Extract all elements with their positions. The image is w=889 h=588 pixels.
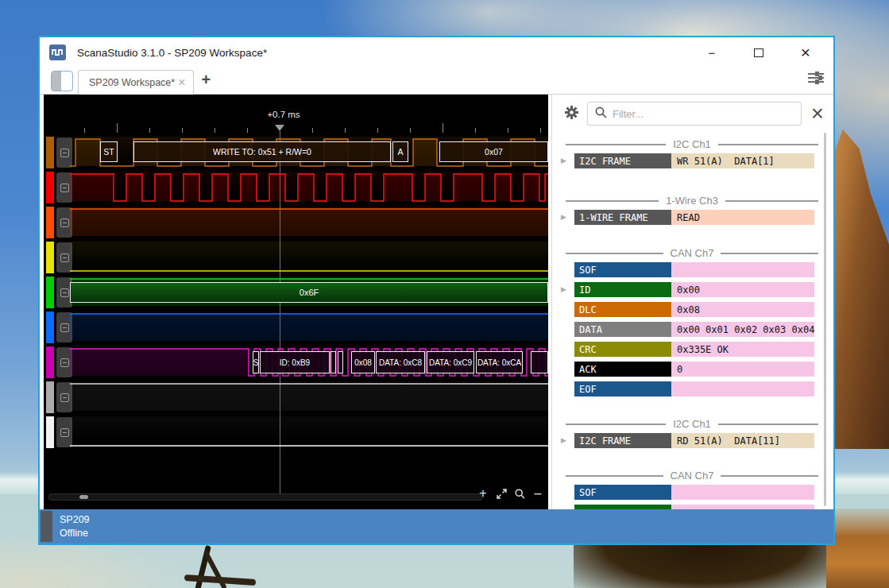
can-sof-annotation[interactable]: S	[253, 351, 259, 373]
decoder-row[interactable]: ▶I2C FRAMEWR 51(A) DATA[1]	[556, 153, 826, 168]
channel-2-color-bar[interactable]	[46, 172, 54, 203]
ruler-tick	[410, 128, 411, 133]
waveform-hscrollbar-thumb[interactable]	[79, 495, 88, 499]
decoder-row[interactable]: ▶I2C FRAMERD 51(A) DATA[11]	[556, 433, 826, 448]
ch5-value-annotation[interactable]: 0x6F	[70, 282, 548, 303]
tab-close-icon[interactable]: ×	[178, 76, 185, 89]
channel-row-5: 0x6F	[44, 277, 548, 308]
decoder-row-label: DLC	[574, 302, 671, 317]
can-bit-annotation[interactable]	[330, 351, 336, 373]
minimize-button[interactable]: −	[703, 44, 721, 61]
waveform-view[interactable]: +0.7 ms STWRITE TO: 0x51 + R/W=0A0x070x6…	[44, 95, 548, 509]
decoder-row[interactable]: ACK0	[556, 362, 826, 377]
decoder-row-label: CRC	[574, 342, 671, 357]
decoder-row[interactable]: SOF	[556, 262, 826, 277]
tab-sp209-workspace[interactable]: SP209 Workspace* ×	[78, 70, 194, 95]
can-id-annotation[interactable]: ID: 0xB9	[260, 351, 330, 373]
zoom-search-icon[interactable]	[513, 487, 526, 500]
channel-row-7: SID: 0xB90x08DATA: 0xC8DATA: 0xC9DATA: 0…	[44, 346, 548, 378]
decoder-row-value: 0x00	[671, 282, 814, 297]
can-data-annotation[interactable]: DATA: 0xC9	[427, 351, 474, 373]
workspace-settings-icon[interactable]	[808, 72, 824, 87]
channel-9-color-bar[interactable]	[46, 416, 54, 448]
panel-toggle-button[interactable]	[51, 71, 73, 91]
row-expander-icon[interactable]: ▶	[561, 285, 566, 293]
can-data-annotation[interactable]: DATA: 0xC8	[376, 351, 425, 373]
decoder-row[interactable]: DLC0x08	[556, 302, 826, 317]
channel-3-color-bar[interactable]	[46, 207, 54, 238]
device-color-block	[41, 511, 52, 542]
title-bar[interactable]: ScanaStudio 3.1.0 - SP209 Workspace* − ×	[40, 37, 833, 68]
channel-4-trace	[70, 242, 548, 273]
channel-7-track[interactable]: SID: 0xB90x08DATA: 0xC8DATA: 0xC9DATA: 0…	[70, 346, 548, 378]
cursor-marker-icon[interactable]	[275, 125, 284, 131]
i2c-data-annotation[interactable]: 0x07	[439, 141, 548, 162]
app-window: ScanaStudio 3.1.0 - SP209 Workspace* − ×…	[38, 36, 835, 545]
decoder-row-label: DATA	[574, 322, 671, 337]
channel-6-color-bar[interactable]	[46, 311, 54, 343]
filter-search-box[interactable]	[587, 102, 802, 126]
decoder-row-label: 1-WIRE FRAME	[574, 210, 671, 225]
channel-2-track[interactable]	[70, 172, 548, 203]
header-line	[725, 200, 818, 202]
zoom-out-icon[interactable]: –	[531, 487, 544, 500]
window-title: ScanaStudio 3.1.0 - SP209 Workspace*	[77, 47, 267, 59]
channel-8-track[interactable]	[70, 381, 548, 413]
gear-icon[interactable]	[564, 105, 579, 123]
fit-view-icon[interactable]	[495, 487, 508, 500]
panel-divider	[551, 95, 552, 509]
channel-8-color-bar[interactable]	[46, 381, 54, 413]
zoom-in-icon[interactable]: +	[477, 487, 489, 500]
section-title: I2C Ch1	[673, 138, 711, 150]
channel-3-track[interactable]	[70, 207, 548, 238]
decoder-row[interactable]: DATA0x00 0x01 0x02 0x03 0x04	[556, 322, 826, 337]
close-button[interactable]: ×	[797, 44, 814, 61]
decoder-row-label: EOF	[574, 381, 671, 397]
channel-7-color-bar[interactable]	[46, 346, 54, 378]
maximize-icon	[754, 48, 763, 57]
channel-row-9	[44, 416, 548, 448]
decoder-section-header: CAN Ch7	[566, 470, 818, 482]
ruler-tick	[475, 128, 476, 133]
maximize-button[interactable]	[750, 44, 767, 61]
can-dlc-annotation[interactable]: 0x08	[351, 351, 375, 373]
decoder-row[interactable]: ▶ID0x00	[556, 282, 826, 297]
channel-1-track[interactable]: STWRITE TO: 0x51 + R/W=0A0x07	[70, 137, 548, 168]
can-bit-annotation[interactable]	[338, 351, 343, 373]
i2c-start-annotation[interactable]: ST	[100, 141, 118, 162]
channel-5-color-bar[interactable]	[46, 277, 54, 308]
channel-1-color-bar[interactable]	[46, 137, 54, 168]
i2c-ack-annotation[interactable]: A	[392, 141, 408, 162]
channel-5-track[interactable]: 0x6F	[70, 277, 548, 308]
decoder-row-value: RD 51(A) DATA[11]	[671, 433, 814, 448]
filter-input[interactable]	[613, 108, 801, 120]
decoder-row-label: I2C FRAME	[574, 153, 671, 168]
channel-4-color-bar[interactable]	[46, 242, 54, 273]
header-line	[566, 144, 666, 145]
row-expander-icon[interactable]: ▶	[561, 213, 566, 221]
decoder-panel-scrollbar[interactable]	[824, 133, 826, 506]
app-logo-icon	[49, 44, 66, 60]
waveform-hscrollbar[interactable]	[48, 493, 483, 501]
can-data-annotation[interactable]: DATA: 0xCA	[476, 351, 523, 373]
collapse-minus-icon	[60, 288, 69, 297]
decoder-row[interactable]: ▶1-WIRE FRAMEREAD	[556, 210, 826, 225]
decoder-row[interactable]: EOF	[556, 381, 826, 397]
panel-close-icon[interactable]: ×	[811, 103, 824, 125]
section-title: CAN Ch7	[671, 470, 714, 482]
i2c-address-annotation[interactable]: WRITE TO: 0x51 + R/W=0	[133, 141, 391, 162]
collapse-minus-icon	[60, 358, 69, 367]
wallpaper-orange-reflection	[826, 509, 889, 588]
decoder-row[interactable]: CRC0x335E OK	[556, 342, 826, 357]
device-status-bar[interactable]: SP209 Offline	[40, 509, 833, 544]
channel-row-1: STWRITE TO: 0x51 + R/W=0A0x07	[44, 137, 548, 168]
row-expander-icon[interactable]: ▶	[561, 157, 566, 164]
decoder-row[interactable]: SOF	[556, 485, 826, 500]
new-tab-button[interactable]: +	[202, 71, 211, 89]
channel-6-track[interactable]	[70, 311, 548, 343]
decoder-row-label: ID	[574, 282, 671, 297]
channel-4-track[interactable]	[70, 242, 548, 273]
row-expander-icon[interactable]: ▶	[561, 436, 566, 444]
can-partial-annotation[interactable]	[531, 351, 548, 373]
channel-9-track[interactable]	[70, 416, 548, 448]
